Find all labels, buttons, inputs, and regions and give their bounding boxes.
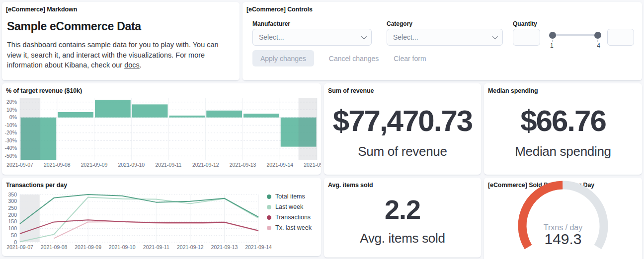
y-axis-tick-label: 150 <box>8 218 17 224</box>
category-label: Category <box>387 20 412 27</box>
clear-form-button[interactable]: Clear form <box>394 55 426 63</box>
slider-max-value: 4 <box>597 42 600 49</box>
target-revenue-bar-chart[interactable]: 20%10%0%-10%-20%-30%-40%-50%2021-09-0720… <box>2 83 321 175</box>
x-axis-tick-label: 2021-09-13 <box>211 244 238 250</box>
bar-2021-09-10[interactable] <box>132 104 168 117</box>
x-axis-tick-label: 2021-09-10 <box>118 162 145 168</box>
x-axis-tick-label: 2021-09-07 <box>6 244 33 250</box>
legend-label: Last week <box>275 203 303 210</box>
legend-item-tx-last-week[interactable]: Tx. last week <box>267 224 312 231</box>
panel-target-revenue: % of target revenue ($10k) 20%10%0%-10%-… <box>2 83 321 175</box>
y-axis-tick-label: 10% <box>6 107 17 113</box>
slider-min-value: 1 <box>550 42 554 49</box>
y-axis-tick-label: 50 <box>11 232 17 238</box>
chevron-down-icon <box>492 34 498 39</box>
bar-2021-09-12[interactable] <box>206 111 242 118</box>
bar-2021-09-08[interactable] <box>58 112 93 118</box>
x-axis-tick-label: 2021-09-11 <box>143 244 169 250</box>
y-axis-tick-label: 100 <box>8 225 17 231</box>
cancel-changes-button[interactable]: Cancel changes <box>329 55 379 63</box>
line-series-total-items[interactable] <box>20 194 258 224</box>
panel-title-controls: [eCommerce] Controls <box>242 2 642 13</box>
legend-item-total-items[interactable]: Total items <box>267 193 312 200</box>
quantity-max-input[interactable] <box>607 29 634 46</box>
slider-tick <box>597 40 598 42</box>
x-axis-tick-label: 2021-09-15 <box>304 162 321 168</box>
y-axis-tick-label: -10% <box>4 122 17 128</box>
y-axis-tick-label: 20% <box>6 99 17 105</box>
legend-label: Transactions <box>275 214 311 221</box>
bar-2021-09-13[interactable] <box>243 114 279 118</box>
metric-label: Avg. items sold <box>360 231 445 246</box>
panel-markdown: [eCommerce] Markdown Sample eCommerce Da… <box>2 2 240 80</box>
markdown-body: This dashboard contains sample data for … <box>7 40 226 70</box>
line-series-transactions[interactable] <box>20 220 258 234</box>
x-axis-tick-label: 2021-09-08 <box>41 244 68 250</box>
legend-label: Tx. last week <box>275 224 312 231</box>
bar-2021-09-11[interactable] <box>169 116 205 118</box>
slider-handle-max[interactable] <box>594 32 601 39</box>
x-axis-tick-label: 2021-09-08 <box>44 162 71 168</box>
metric-value: $66.76 <box>520 106 606 136</box>
partial-bucket-band <box>299 98 317 160</box>
metric-value: $77,470.73 <box>333 106 472 136</box>
x-axis-tick-label: 2021-09-07 <box>6 162 33 168</box>
metric-sum-revenue: $77,470.73 Sum of revenue <box>324 83 481 175</box>
metric-label: Sum of revenue <box>358 144 447 159</box>
quantity-min-input[interactable] <box>513 29 540 46</box>
panel-controls: [eCommerce] Controls Manufacturer Select… <box>242 2 642 80</box>
y-axis-tick-label: -50% <box>4 153 17 159</box>
gauge-value: 149.3 <box>544 231 581 247</box>
line-series-last-week[interactable] <box>20 197 258 242</box>
dashboard: [eCommerce] Markdown Sample eCommerce Da… <box>0 0 644 259</box>
controls-buttons: Apply changes Cancel changes Clear form <box>252 50 426 66</box>
partial-bucket-band <box>20 194 40 242</box>
markdown-text: This dashboard contains sample data for … <box>7 41 219 69</box>
y-axis-tick-label: 200 <box>8 212 17 218</box>
legend-label: Total items <box>275 193 305 200</box>
panel-sold-products: [eCommerce] Sold Products per Day Trxns … <box>484 178 642 259</box>
docs-link[interactable]: docs <box>124 61 140 69</box>
chart-legend: Total itemsLast weekTransactionsTx. last… <box>267 193 312 231</box>
quantity-label: Quantity <box>513 20 537 27</box>
x-axis-tick-label: 2021-09-12 <box>177 244 204 250</box>
x-axis-tick-label: 2021-09-14 <box>266 162 293 168</box>
y-axis-tick-label: 0% <box>9 114 17 120</box>
bar-2021-09-09[interactable] <box>95 100 131 118</box>
manufacturer-label: Manufacturer <box>252 20 290 27</box>
y-axis-tick-label: 250 <box>8 205 17 211</box>
panel-sum-revenue: Sum of revenue $77,470.73 Sum of revenue <box>324 83 481 175</box>
manufacturer-select[interactable]: Select... <box>252 29 372 46</box>
apply-changes-button[interactable]: Apply changes <box>252 50 314 66</box>
markdown-heading: Sample eCommerce Data <box>7 20 235 33</box>
chevron-down-icon <box>361 34 367 39</box>
y-axis-tick-label: -30% <box>4 137 17 143</box>
y-axis-tick-label: 300 <box>8 198 17 204</box>
legend-item-last-week[interactable]: Last week <box>267 203 312 210</box>
y-axis-tick-label: 350 <box>8 192 17 197</box>
legend-item-transactions[interactable]: Transactions <box>267 214 312 221</box>
markdown-text-end: . <box>140 61 142 69</box>
partial-bucket-band <box>20 98 40 160</box>
x-axis-tick-label: 2021-09-11 <box>156 162 182 168</box>
x-axis-tick-label: 2021-09-14 <box>245 244 272 250</box>
panel-title-markdown: [eCommerce] Markdown <box>2 2 240 13</box>
metric-avg-items: 2.2 Avg. items sold <box>324 178 481 258</box>
sold-products-gauge[interactable]: Trxns / day 149.3 <box>484 178 642 259</box>
slider-track[interactable] <box>552 34 598 36</box>
slider-tick <box>552 40 553 42</box>
metric-median-spending: $66.76 Median spending <box>484 83 642 175</box>
legend-dot-icon <box>267 215 271 220</box>
category-select[interactable]: Select... <box>387 29 503 46</box>
y-axis-tick-label: -20% <box>4 130 17 135</box>
legend-dot-icon <box>267 226 271 230</box>
x-axis-tick-label: 2021-09-10 <box>109 244 136 250</box>
x-axis-tick-label: 2021-09-13 <box>230 162 256 168</box>
y-axis-tick-label: -40% <box>4 145 17 151</box>
metric-label: Median spending <box>515 144 611 159</box>
metric-value: 2.2 <box>385 196 420 223</box>
panel-median-spending: Median spending $66.76 Median spending <box>484 83 642 175</box>
x-axis-tick-label: 2021-09-09 <box>81 162 108 168</box>
slider-handle-min[interactable] <box>549 32 556 39</box>
legend-dot-icon <box>267 205 271 209</box>
